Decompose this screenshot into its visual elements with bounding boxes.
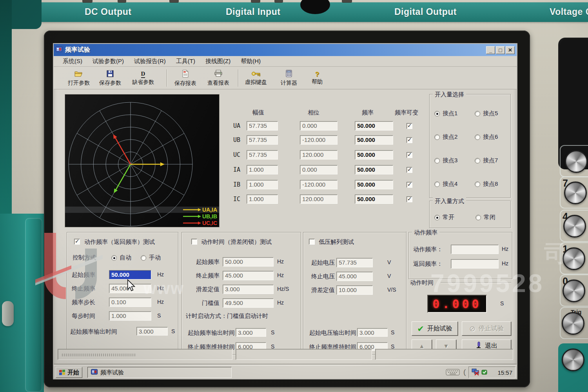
action-time-test-checkbox[interactable] bbox=[191, 239, 197, 245]
toolbar-save-report[interactable]: 保存报表 bbox=[171, 69, 200, 88]
ub-freq-variable-checkbox[interactable] bbox=[407, 137, 412, 143]
toolbar-view-report[interactable]: 查看报表 bbox=[203, 69, 233, 88]
ub-phase-field[interactable]: -120.000 bbox=[300, 135, 338, 145]
radio-icon bbox=[434, 158, 440, 163]
ic-phase-field[interactable]: 120.000 bbox=[300, 194, 338, 204]
uc-phase-field[interactable]: 120.000 bbox=[300, 150, 338, 160]
keyboard-icon[interactable] bbox=[446, 367, 460, 378]
menu-system[interactable]: 系统(S) bbox=[58, 56, 87, 66]
voltage-slip-field[interactable]: 10.000 bbox=[336, 285, 373, 295]
terminal-tab bbox=[118, 0, 126, 3]
start-test-button[interactable]: ✔ 开始试验 bbox=[412, 321, 458, 336]
knob-button-1[interactable] bbox=[563, 247, 585, 270]
toolbar-calculator[interactable]: 计算器 bbox=[274, 69, 304, 88]
menu-wiring-diagram[interactable]: 接线图(Z) bbox=[200, 56, 236, 66]
column-header-phase: 相位 bbox=[308, 109, 319, 116]
uc-freq-variable-checkbox[interactable] bbox=[407, 152, 412, 158]
toolbar-save-params[interactable]: 保存参数 bbox=[95, 69, 125, 88]
start-button[interactable]: 开始 bbox=[56, 367, 82, 378]
frequency-step-field[interactable]: 0.100 bbox=[109, 298, 151, 307]
ua-freq-variable-checkbox[interactable] bbox=[407, 123, 412, 129]
ia-frequency-field[interactable]: 50.000 bbox=[355, 165, 393, 174]
start-freq-output-time-unit: S bbox=[171, 328, 175, 334]
threshold-field[interactable]: 49.500 bbox=[223, 298, 274, 308]
knob-button-0[interactable] bbox=[563, 279, 585, 302]
normally-closed-radio[interactable]: 常闭 bbox=[475, 214, 495, 221]
contact-7-radio[interactable]: 接点7 bbox=[475, 157, 498, 164]
contact-2-radio[interactable]: 接点2 bbox=[434, 133, 457, 141]
toolbar-open-params[interactable]: 打开参数 bbox=[64, 69, 94, 88]
ib-amplitude-field[interactable]: 1.000 bbox=[247, 180, 278, 189]
contact-5-radio[interactable]: 接点5 bbox=[475, 110, 498, 117]
menu-tools[interactable]: 工具(T) bbox=[171, 56, 200, 66]
uc-amplitude-field[interactable]: 57.735 bbox=[247, 150, 278, 160]
ic-frequency-field[interactable]: 50.000 bbox=[355, 194, 393, 204]
ia-amplitude-field[interactable]: 1.000 bbox=[247, 165, 278, 174]
uc-frequency-field[interactable]: 50.000 bbox=[355, 150, 393, 160]
menu-bar: 系统(S) 试验参数(P) 试验报告(R) 工具(T) 接线图(Z) 帮助(H) bbox=[54, 56, 517, 67]
low-voltage-test-checkbox[interactable] bbox=[309, 239, 315, 245]
menu-help[interactable]: 帮助(H) bbox=[236, 56, 266, 66]
action-frequency-result-field[interactable] bbox=[451, 245, 499, 254]
contact-1-radio[interactable]: 接点1 bbox=[434, 110, 457, 117]
menu-test-report[interactable]: 试验报告(R) bbox=[129, 56, 171, 66]
toolbar-virtual-keyboard[interactable]: 虚拟键盘 bbox=[241, 69, 271, 88]
close-button[interactable] bbox=[506, 46, 515, 54]
stop-icon: ⊘ bbox=[469, 325, 475, 332]
stop-test-button[interactable]: ⊘ 停止试验 bbox=[462, 321, 511, 336]
normally-open-radio[interactable]: 常开 bbox=[434, 214, 454, 221]
knob-button-trig[interactable] bbox=[562, 312, 584, 335]
result-panel: 动作频率 动作频率： Hz 返回频率： Hz 动作时间 0.000 S ✔ 开始… bbox=[408, 230, 514, 355]
ib-phase-field[interactable]: -120.000 bbox=[300, 180, 338, 189]
contact-8-radio[interactable]: 接点8 bbox=[475, 180, 498, 188]
p2-start-frequency-field[interactable]: 50.000 bbox=[223, 257, 274, 267]
contact-3-radio[interactable]: 接点3 bbox=[434, 157, 457, 164]
input-method-icon[interactable] bbox=[481, 369, 488, 376]
end-voltage-field[interactable]: 45.000 bbox=[336, 272, 373, 281]
ua-frequency-field[interactable]: 50.000 bbox=[355, 121, 393, 131]
task-button-frequency-test[interactable]: 频率试验 bbox=[87, 367, 232, 378]
end-frequency-field[interactable]: 45.000 bbox=[109, 284, 151, 293]
radio-icon bbox=[475, 111, 480, 116]
knob-button-4[interactable] bbox=[563, 215, 586, 238]
ub-frequency-field[interactable]: 50.000 bbox=[355, 135, 393, 145]
auto-radio[interactable]: 自动 bbox=[111, 254, 131, 261]
slip-setting-field[interactable]: 3.000 bbox=[223, 285, 274, 294]
knob-button-7[interactable] bbox=[564, 181, 587, 204]
p2-output-time-field[interactable]: 3.000 bbox=[236, 328, 266, 337]
close-icon bbox=[508, 46, 512, 54]
ua-amplitude-field[interactable]: 57.735 bbox=[247, 121, 278, 131]
legend-arrow-red-icon bbox=[183, 221, 201, 225]
network-disconnected-icon[interactable] bbox=[472, 368, 479, 377]
return-frequency-result-field[interactable] bbox=[451, 259, 499, 269]
toolbar-default-params[interactable]: D 缺省参数 bbox=[128, 69, 158, 88]
step-time-field[interactable]: 1.000 bbox=[109, 311, 151, 321]
start-voltage-field[interactable]: 57.735 bbox=[336, 258, 373, 267]
contact-4-radio[interactable]: 接点4 bbox=[434, 180, 457, 188]
knob-button-bottom[interactable] bbox=[562, 348, 584, 371]
p2-end-frequency-field[interactable]: 45.000 bbox=[223, 271, 274, 280]
ib-freq-variable-checkbox[interactable] bbox=[407, 182, 412, 188]
p3-output-time-field[interactable]: 3.000 bbox=[357, 328, 388, 337]
knob-button-blank[interactable] bbox=[565, 150, 588, 173]
toolbar-help[interactable]: ? 帮助 bbox=[305, 69, 330, 88]
contact-6-radio[interactable]: 接点6 bbox=[475, 133, 498, 141]
maximize-button[interactable] bbox=[496, 46, 505, 54]
action-frequency-test-checkbox[interactable] bbox=[74, 239, 80, 245]
manual-radio[interactable]: 手动 bbox=[141, 254, 161, 261]
ib-frequency-field[interactable]: 50.000 bbox=[355, 180, 393, 189]
ub-amplitude-field[interactable]: 57.735 bbox=[247, 135, 278, 145]
minimize-button[interactable] bbox=[486, 46, 495, 54]
ic-amplitude-field[interactable]: 1.000 bbox=[247, 194, 278, 204]
ia-phase-field[interactable]: 0.000 bbox=[300, 165, 338, 174]
start-freq-output-time-field[interactable]: 3.000 bbox=[136, 327, 168, 336]
ia-freq-variable-checkbox[interactable] bbox=[407, 167, 412, 173]
ic-freq-variable-checkbox[interactable] bbox=[407, 196, 412, 202]
column-header-freq-variable: 频率可变 bbox=[395, 109, 418, 116]
start-frequency-field[interactable]: 50.000 bbox=[109, 270, 151, 279]
channel-name-ua: UA bbox=[233, 122, 240, 129]
action-frequency-result-group: 动作频率 bbox=[408, 232, 512, 279]
check-icon: ✔ bbox=[417, 325, 424, 333]
menu-test-params[interactable]: 试验参数(P) bbox=[87, 56, 129, 66]
ua-phase-field[interactable]: 0.000 bbox=[300, 121, 338, 131]
